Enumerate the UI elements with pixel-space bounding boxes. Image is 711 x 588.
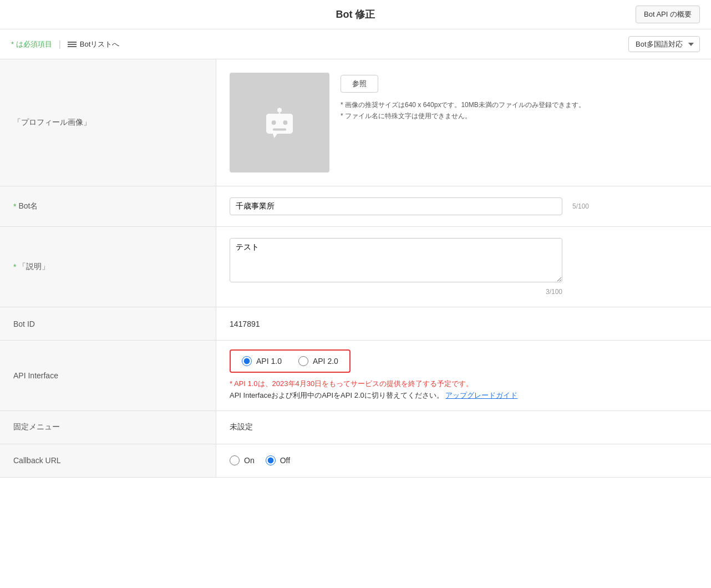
callback-off-option[interactable]: Off	[266, 455, 290, 465]
required-star2: *	[13, 262, 16, 271]
profile-right: 参照 * 画像の推奨サイズは640 x 640pxです。10MB未満のファイルの…	[341, 73, 585, 122]
callback-url-label: Callback URL	[0, 444, 216, 477]
fixed-menu-content: 未設定	[216, 411, 711, 444]
svg-point-1	[277, 108, 282, 113]
fixed-menu-label: 固定メニュー	[0, 411, 216, 444]
bot-icon	[257, 100, 302, 145]
callback-on-radio[interactable]	[230, 455, 240, 465]
profile-notes: * 画像の推奨サイズは640 x 640pxです。10MB未満のファイルのみ登録…	[341, 99, 585, 122]
bot-list-label: Botリストへ	[80, 39, 120, 49]
fixed-menu-value: 未設定	[230, 422, 253, 432]
api-1-label: API 1.0	[256, 357, 282, 366]
bot-name-content: 5/100	[216, 186, 711, 226]
description-char-count: 3/100	[546, 288, 562, 296]
api-interface-content: API 1.0 API 2.0 * API 1.0は、2023年4月30日をもっ…	[216, 341, 711, 410]
page-title: Bot 修正	[336, 8, 375, 21]
description-content: テスト 3/100	[216, 227, 711, 307]
bot-id-value: 1417891	[230, 320, 260, 328]
svg-point-4	[283, 120, 287, 125]
svg-rect-0	[266, 114, 293, 134]
upgrade-guide-link[interactable]: アップグレードガイド	[445, 391, 517, 399]
callback-off-radio[interactable]	[266, 455, 276, 465]
separator: |	[59, 39, 61, 49]
api-2-option[interactable]: API 2.0	[298, 356, 338, 366]
description-textarea[interactable]: テスト	[230, 238, 562, 282]
browse-button[interactable]: 参照	[341, 75, 378, 93]
required-star: *	[13, 202, 16, 211]
api-radio-group: API 1.0 API 2.0	[230, 349, 351, 373]
toolbar-left: * は必須項目 | Botリストへ	[11, 39, 119, 49]
svg-point-3	[272, 120, 276, 125]
callback-on-label: On	[244, 456, 255, 465]
form: 「プロフィール画像」	[0, 59, 711, 478]
api-interface-row: API Interface API 1.0 API 2.0 * API 1.0は…	[0, 341, 711, 411]
description-label: * 「説明」	[0, 227, 216, 307]
profile-image-row: 「プロフィール画像」	[0, 59, 711, 186]
bot-list-link[interactable]: Botリストへ	[68, 39, 120, 49]
required-note: * は必須項目	[11, 39, 52, 49]
api-1-radio[interactable]	[242, 356, 252, 366]
api-interface-label: API Interface	[0, 341, 216, 410]
profile-note2: * ファイル名に特殊文字は使用できません。	[341, 110, 585, 121]
bot-name-char-count: 5/100	[572, 202, 589, 210]
callback-url-content: On Off	[216, 444, 711, 477]
callback-off-label: Off	[280, 456, 290, 465]
api-warning: * API 1.0は、2023年4月30日をもってサービスの提供を終了する予定で…	[230, 378, 517, 402]
profile-image-label: 「プロフィール画像」	[0, 59, 216, 186]
profile-image-content: 参照 * 画像の推奨サイズは640 x 640pxです。10MB未満のファイルの…	[216, 59, 711, 186]
multilang-dropdown[interactable]: Bot多国語対応	[628, 36, 700, 52]
profile-image-placeholder	[230, 73, 329, 173]
bot-api-button[interactable]: Bot API の概要	[636, 6, 700, 23]
api-warning-red: * API 1.0は、2023年4月30日をもってサービスの提供を終了する予定で…	[230, 378, 517, 390]
callback-on-option[interactable]: On	[230, 455, 255, 465]
list-icon	[68, 42, 77, 47]
desc-content-wrap: テスト	[230, 238, 698, 282]
profile-note1: * 画像の推奨サイズは640 x 640pxです。10MB未満のファイルのみ登録…	[341, 99, 585, 110]
bot-id-content: 1417891	[216, 307, 711, 340]
bot-id-row: Bot ID 1417891	[0, 307, 711, 341]
page-header: Bot 修正 Bot API の概要	[0, 0, 711, 29]
api-1-option[interactable]: API 1.0	[242, 356, 282, 366]
bot-id-label: Bot ID	[0, 307, 216, 340]
bot-name-label: * Bot名	[0, 186, 216, 226]
api-2-radio[interactable]	[298, 356, 308, 366]
callback-url-row: Callback URL On Off	[0, 444, 711, 478]
bot-name-row: * Bot名 5/100	[0, 186, 711, 227]
fixed-menu-row: 固定メニュー 未設定	[0, 411, 711, 444]
bot-name-input[interactable]	[230, 197, 562, 215]
description-row: * 「説明」 テスト 3/100	[0, 227, 711, 307]
toolbar: * は必須項目 | Botリストへ Bot多国語対応	[0, 29, 711, 59]
svg-marker-6	[273, 134, 277, 138]
svg-rect-5	[273, 128, 286, 130]
api-2-label: API 2.0	[313, 357, 338, 366]
api-warning-text: API Interfaceおよび利用中のAPIをAPI 2.0に切り替えてくださ…	[230, 390, 517, 402]
